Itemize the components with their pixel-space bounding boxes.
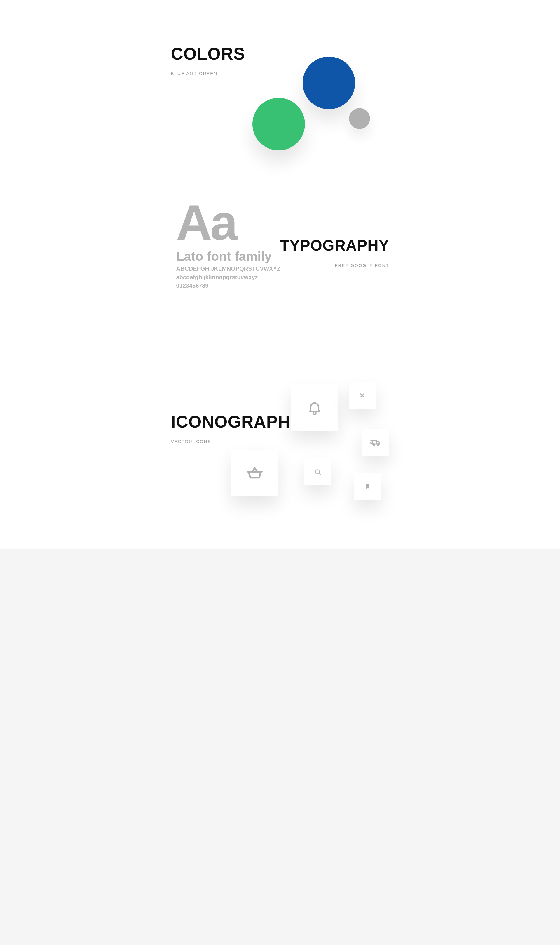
bookmark-icon	[365, 483, 371, 490]
bell-icon	[307, 400, 323, 416]
section-subtitle: VECTOR ICONS	[171, 439, 302, 444]
colors-section: COLORS BLUE AND GREEN	[158, 44, 403, 166]
search-icon	[314, 468, 322, 476]
section-heading-typography: TYPOGRAPHY FREE GOOGLE FONT	[280, 237, 402, 268]
glyphs-lower: abcdefghijklmnopqrstuvwxyz	[176, 274, 299, 281]
icon-tile-search	[305, 458, 331, 486]
section-subtitle: BLUE AND GREEN	[171, 71, 403, 76]
truck-icon	[369, 436, 381, 448]
section-title: TYPOGRAPHY	[280, 237, 389, 254]
section-title: COLORS	[171, 44, 403, 63]
swatch-grey	[349, 108, 370, 129]
section-heading-colors: COLORS BLUE AND GREEN	[158, 44, 403, 76]
glyphs-digits: 0123456789	[176, 282, 299, 289]
icon-tile-bell	[291, 384, 338, 431]
icon-tile-truck	[362, 429, 389, 456]
section-title: ICONOGRAPHY	[171, 412, 302, 431]
basket-icon	[246, 464, 264, 482]
swatch-blue	[303, 57, 355, 109]
iconography-section: ICONOGRAPHY VECTOR ICONS	[158, 374, 403, 520]
icon-tile-close	[349, 382, 375, 409]
icon-tile-basket	[231, 450, 278, 496]
swatch-green	[252, 98, 305, 150]
icon-tile-bookmark	[354, 473, 381, 500]
section-subtitle: FREE GOOGLE FONT	[280, 263, 389, 268]
section-heading-iconography: ICONOGRAPHY VECTOR ICONS	[158, 412, 302, 444]
typography-section: Aa Lato font family ABCDEFGHIJKLMNOPQRST…	[158, 202, 403, 327]
close-icon	[359, 392, 365, 399]
